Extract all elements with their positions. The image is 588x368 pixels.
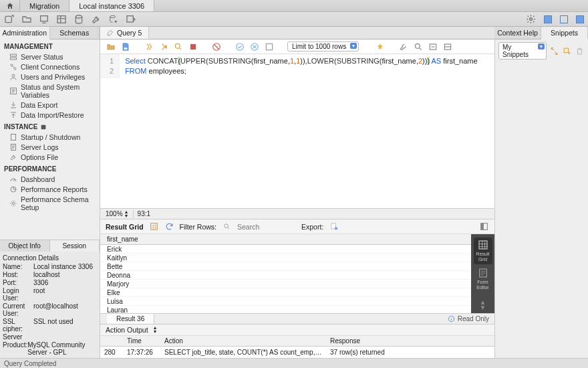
sidebar-item-options-file[interactable]: Options File xyxy=(0,152,100,162)
sidebar-item-server-status[interactable]: Server Status xyxy=(0,52,100,62)
svg-point-4 xyxy=(110,15,116,17)
invisible-chars-icon[interactable] xyxy=(428,41,438,52)
panel-toggle-right[interactable] xyxy=(576,15,584,23)
ao-col-time[interactable]: Time xyxy=(123,336,160,346)
connection-details-panel: Connection Details Name:Local instance 3… xyxy=(0,252,100,358)
grid-view-icon[interactable] xyxy=(149,221,159,232)
settings-gear-icon[interactable] xyxy=(525,14,536,25)
zoom-stepper-icon[interactable]: ▴▾ xyxy=(125,210,128,218)
result-grid[interactable]: first_name ErickKaitlynBetteDeonnaMarjor… xyxy=(100,234,471,313)
open-file-icon[interactable] xyxy=(106,41,116,52)
execute-current-icon[interactable] xyxy=(158,41,168,52)
db-icon[interactable] xyxy=(74,14,84,25)
result-row[interactable]: Elke xyxy=(100,288,471,297)
rollback-icon[interactable] xyxy=(249,41,259,52)
grid-icon xyxy=(478,240,488,250)
right-tab-snippets[interactable]: Snippets xyxy=(541,27,588,39)
stop-icon[interactable] xyxy=(188,41,198,52)
snippet-add-icon[interactable] xyxy=(562,46,572,56)
scroll-chevrons[interactable]: ▲▼ xyxy=(480,300,486,310)
autocommit-icon[interactable] xyxy=(264,41,274,52)
svg-point-23 xyxy=(236,43,243,50)
sidebar-item-client-connections[interactable]: Client Connections xyxy=(0,62,100,72)
export-icon xyxy=(9,101,17,109)
wrap-icon[interactable] xyxy=(442,41,452,52)
import-icon xyxy=(9,111,17,119)
limit-rows-select[interactable]: Limit to 1000 rows xyxy=(287,41,359,52)
new-sql-tab-icon[interactable] xyxy=(4,14,15,25)
sidebar-item-server-logs[interactable]: Server Logs xyxy=(0,142,100,152)
svg-rect-5 xyxy=(127,15,133,21)
svg-point-26 xyxy=(415,43,420,48)
result-row[interactable]: Luisa xyxy=(100,297,471,306)
sidebar-item-data-import[interactable]: Data Import/Restore xyxy=(0,110,100,120)
sidebar-item-perf-schema[interactable]: Performance Schema Setup xyxy=(0,194,100,212)
column-header-first-name[interactable]: first_name xyxy=(100,234,471,245)
panel-toggle-icon[interactable] xyxy=(479,221,489,232)
explain-icon[interactable] xyxy=(173,41,183,52)
svg-rect-2 xyxy=(57,15,65,23)
sidebar-item-status-vars[interactable]: Status and System Variables xyxy=(0,82,100,100)
result-grid-button[interactable]: Result Grid xyxy=(474,238,492,264)
save-icon[interactable] xyxy=(120,41,130,52)
right-tab-context-help[interactable]: Context Help xyxy=(494,27,541,39)
query-tab-label: Query 5 xyxy=(117,29,142,37)
svg-point-17 xyxy=(13,202,15,204)
query-tab[interactable]: Query 5 xyxy=(100,27,149,39)
inspector-icon[interactable] xyxy=(39,14,49,25)
sidebar-item-perf-reports[interactable]: Performance Reports xyxy=(0,184,100,194)
beautify-icon[interactable] xyxy=(375,41,385,52)
sql-editor[interactable]: 12 Select CONCAT(UPPER(SUBSTRING(first_n… xyxy=(100,54,494,78)
result-tab[interactable]: Result 36 xyxy=(107,314,154,324)
execute-icon[interactable] xyxy=(144,41,154,52)
tool-icon[interactable] xyxy=(91,14,102,25)
table-icon[interactable] xyxy=(56,14,67,25)
conn-row: Server xyxy=(3,333,97,341)
home-tab[interactable] xyxy=(0,0,20,11)
snippets-select[interactable]: My Snippets xyxy=(498,42,547,60)
server-icon xyxy=(9,53,17,61)
refresh-icon[interactable] xyxy=(164,221,174,232)
left-tab-schemas[interactable]: Schemas xyxy=(50,27,100,39)
action-output-row[interactable]: 280 17:37:26 SELECT job_title, state, CO… xyxy=(100,347,494,358)
editor-empty-area[interactable] xyxy=(100,78,494,208)
export-file-icon[interactable] xyxy=(329,221,339,232)
bottom-tab-object-info[interactable]: Object Info xyxy=(0,240,50,252)
cancel-icon[interactable] xyxy=(211,41,221,52)
find-icon[interactable] xyxy=(398,41,408,52)
bottom-tab-session[interactable]: Session xyxy=(50,240,100,252)
result-row[interactable]: Deonna xyxy=(100,271,471,280)
result-row[interactable]: Erick xyxy=(100,245,471,254)
search-icon[interactable] xyxy=(413,41,423,52)
result-side-panel: Result Grid Form Editor ▲▼ xyxy=(471,234,494,313)
sidebar-item-data-export[interactable]: Data Export xyxy=(0,100,100,110)
sidebar-item-startup-shutdown[interactable]: Startup / Shutdown xyxy=(0,132,100,142)
action-output-grid[interactable]: Time Action Response 280 17:37:26 SELECT… xyxy=(100,336,494,358)
snippet-replace-icon[interactable] xyxy=(549,46,559,56)
snippet-delete-icon[interactable] xyxy=(575,46,585,56)
filter-rows-input[interactable] xyxy=(237,223,277,231)
plus-db-icon[interactable] xyxy=(108,14,119,25)
form-editor-button[interactable]: Form Editor xyxy=(474,266,492,292)
sidebar-item-users-privileges[interactable]: Users and Privileges xyxy=(0,72,100,82)
tab-local-instance[interactable]: Local instance 3306 xyxy=(69,0,154,11)
panel-toggle-middle[interactable] xyxy=(560,15,568,23)
sidebar-item-dashboard[interactable]: Dashboard xyxy=(0,174,100,184)
result-row[interactable]: Lauran xyxy=(100,306,471,313)
action-output-stepper-icon[interactable]: ▴▾ xyxy=(154,326,156,334)
result-row[interactable]: Marjory xyxy=(100,280,471,288)
open-sql-icon[interactable] xyxy=(21,14,32,25)
result-row[interactable]: Bette xyxy=(100,262,471,271)
search-icon xyxy=(222,221,232,232)
left-tab-administration[interactable]: Administration xyxy=(0,27,50,39)
commit-icon[interactable] xyxy=(235,41,245,52)
tab-migration[interactable]: Migration xyxy=(20,0,69,11)
result-row[interactable]: Kaitlyn xyxy=(100,254,471,262)
svg-rect-34 xyxy=(479,241,487,249)
sql-tool-icon[interactable] xyxy=(126,14,136,25)
ao-col-response[interactable]: Response xyxy=(326,336,494,346)
ao-col-action[interactable]: Action xyxy=(160,336,326,346)
svg-point-3 xyxy=(76,15,82,18)
panel-toggle-left[interactable] xyxy=(544,15,552,23)
editor-code[interactable]: Select CONCAT(UPPER(SUBSTRING(first_name… xyxy=(120,54,483,78)
